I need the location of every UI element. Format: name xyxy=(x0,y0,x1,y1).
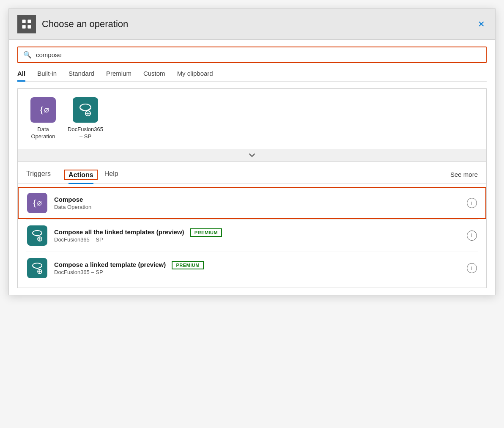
operation-info-compose: Compose Data Operation xyxy=(54,196,460,210)
dialog-header: Choose an operation ✕ xyxy=(9,9,495,40)
connector-icon-docfusion365 xyxy=(73,97,98,123)
operation-row-compose-linked[interactable]: Compose a linked template (preview) PREM… xyxy=(18,252,486,284)
operation-icon-compose-linked xyxy=(27,258,47,278)
svg-text:{⌀}: {⌀} xyxy=(39,105,49,115)
compose-icon-svg: {⌀} xyxy=(31,197,43,209)
connector-docfusion365[interactable]: DocFusion365 – SP xyxy=(68,97,102,140)
filter-tabs: All Built-in Standard Premium Custom My … xyxy=(17,70,487,82)
operations-list: {⌀} Compose Data Operation i xyxy=(18,184,486,288)
data-operation-svg: {⌀} xyxy=(37,104,49,116)
collapse-bar[interactable] xyxy=(17,149,487,162)
operation-name-compose: Compose xyxy=(54,196,460,203)
info-icon-compose-linked[interactable]: i xyxy=(467,263,477,273)
svg-text:{⌀}: {⌀} xyxy=(32,198,43,208)
ops-tab-actions-wrapper: Actions xyxy=(64,170,98,180)
connector-icon-data-operation: {⌀} xyxy=(30,97,56,123)
operation-source-compose-linked: DocFusion365 – SP xyxy=(54,269,460,275)
connector-data-operation[interactable]: {⌀} Data Operation xyxy=(26,97,60,140)
ops-tab-triggers[interactable]: Triggers xyxy=(26,167,58,183)
operation-name-compose-all: Compose all the linked templates (previe… xyxy=(54,228,460,236)
ops-tabs-row: Triggers Actions Help See more xyxy=(18,162,486,184)
info-icon-compose-all[interactable]: i xyxy=(467,230,477,241)
dialog-header-icon xyxy=(17,15,36,33)
operation-icon-compose: {⌀} xyxy=(27,193,47,213)
connectors-grid-section: {⌀} Data Operation xyxy=(17,88,487,149)
docfusion-svg xyxy=(78,102,93,118)
compose-linked-icon-svg xyxy=(30,261,44,275)
svg-rect-3 xyxy=(27,25,31,28)
compose-all-icon-svg xyxy=(30,229,44,242)
close-button[interactable]: ✕ xyxy=(476,17,487,31)
svg-rect-0 xyxy=(22,20,26,23)
choose-operation-dialog: Choose an operation ✕ 🔍 All Built-in Sta… xyxy=(8,8,496,295)
search-input[interactable] xyxy=(36,51,481,58)
ops-tab-help[interactable]: Help xyxy=(104,167,125,183)
premium-badge-compose-linked: PREMIUM xyxy=(172,261,203,269)
tab-premium[interactable]: Premium xyxy=(106,70,131,82)
operation-row-compose-all-linked[interactable]: Compose all the linked templates (previe… xyxy=(18,219,486,252)
operation-row-compose[interactable]: {⌀} Compose Data Operation i xyxy=(18,187,486,219)
ops-tab-actions[interactable]: Actions xyxy=(68,168,93,184)
info-icon-compose[interactable]: i xyxy=(467,198,477,208)
see-more-button[interactable]: See more xyxy=(450,167,478,182)
operations-section: Triggers Actions Help See more {⌀} xyxy=(17,162,487,288)
connector-icon xyxy=(21,18,33,30)
tab-builtin[interactable]: Built-in xyxy=(37,70,57,82)
dialog-title: Choose an operation xyxy=(42,19,470,30)
operation-source-compose-all: DocFusion365 – SP xyxy=(54,236,460,243)
operation-source-compose: Data Operation xyxy=(54,204,460,210)
chevron-down-icon xyxy=(249,152,255,159)
search-container: 🔍 xyxy=(17,47,487,63)
connector-label-data-operation: Data Operation xyxy=(26,126,60,140)
operation-info-compose-all: Compose all the linked templates (previe… xyxy=(54,228,460,243)
tab-all[interactable]: All xyxy=(17,70,25,82)
operation-info-compose-linked: Compose a linked template (preview) PREM… xyxy=(54,261,460,275)
operation-icon-compose-all xyxy=(27,225,47,246)
tab-standard[interactable]: Standard xyxy=(68,70,94,82)
tab-clipboard[interactable]: My clipboard xyxy=(177,70,213,82)
connector-label-docfusion365: DocFusion365 – SP xyxy=(68,126,103,140)
tab-custom[interactable]: Custom xyxy=(143,70,165,82)
svg-rect-2 xyxy=(22,25,26,28)
premium-badge-compose-all: PREMIUM xyxy=(190,228,222,237)
connectors-grid: {⌀} Data Operation xyxy=(26,97,478,140)
search-icon: 🔍 xyxy=(23,51,32,59)
operation-name-compose-linked: Compose a linked template (preview) PREM… xyxy=(54,261,460,268)
svg-rect-1 xyxy=(27,20,31,23)
dialog-body: 🔍 All Built-in Standard Premium Custom M… xyxy=(9,40,495,295)
